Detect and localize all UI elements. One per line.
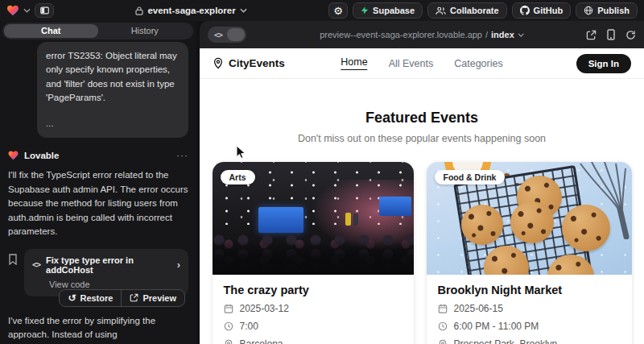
topbar-right: ⚙ Supabase Collaborate — [328, 2, 638, 19]
settings-button[interactable]: ⚙ — [328, 2, 348, 19]
globe-icon — [584, 6, 593, 15]
chat-messages: error TS2353: Object literal may only sp… — [0, 39, 196, 344]
url-chevron-down-icon — [518, 33, 524, 37]
code-toggle-icon: <> — [209, 31, 227, 39]
fix-card-header: <> Fix type type error in addCoHost › — [32, 255, 180, 275]
event-time: 7:00 — [240, 321, 258, 332]
project-switcher[interactable]: event-saga-explorer — [59, 6, 324, 15]
event-location: Prospect Park, Brooklyn — [454, 338, 558, 344]
tab-chat[interactable]: Chat — [4, 24, 98, 38]
event-card-crazy-party[interactable]: Arts The crazy party 2025-03-12 — [213, 162, 414, 344]
event-image-conference: Arts — [213, 162, 414, 275]
preview-url: preview--event-saga-explorer.lovable.app — [320, 30, 482, 39]
fix-card-title: Fix type type error in addCoHost — [46, 255, 171, 275]
lock-icon — [135, 6, 143, 15]
preview-site: CityEvents Home All Events Categories Si… — [200, 48, 644, 344]
panel-icon — [40, 6, 49, 15]
featured-subtitle: Don't miss out on these popular events h… — [200, 133, 644, 144]
publish-button[interactable]: Publish — [576, 2, 638, 19]
event-image-cookies: Food & Drink — [427, 162, 632, 275]
featured-title: Featured Events — [200, 110, 644, 126]
clock-icon — [224, 321, 233, 331]
whisk-decoration — [572, 162, 630, 239]
collaborate-button[interactable]: Collaborate — [427, 2, 507, 19]
stage-screen — [379, 197, 411, 216]
assistant-header: Lovable ··· — [8, 150, 188, 161]
event-time: 6:00 PM - 11:00 PM — [454, 321, 539, 332]
speaker-figure — [345, 213, 351, 226]
supabase-icon — [361, 6, 369, 15]
site-header: CityEvents Home All Events Categories Si… — [200, 48, 644, 79]
site-nav: Home All Events Categories — [341, 56, 502, 70]
user-message-bubble: error TS2353: Object literal may only sp… — [37, 42, 188, 138]
restore-label: Restore — [80, 293, 113, 303]
assistant-intro-text: I'll fix the TypeScript error related to… — [8, 168, 188, 238]
user-message-text: error TS2353: Object literal may only sp… — [46, 51, 177, 102]
view-code-link[interactable]: View code — [49, 280, 180, 289]
mobile-view-icon[interactable] — [607, 29, 615, 40]
bookmark-icon[interactable] — [8, 254, 18, 265]
sign-in-button[interactable]: Sign In — [576, 54, 631, 73]
workspace-chevron-down-icon[interactable] — [23, 8, 31, 13]
user-message-ellipsis: ... — [46, 117, 180, 131]
nav-all-events[interactable]: All Events — [389, 58, 434, 69]
code-icon: <> — [32, 260, 40, 269]
site-brand-name: CityEvents — [229, 57, 285, 69]
calendar-icon — [438, 304, 448, 313]
stage-screen — [258, 207, 303, 233]
code-preview-toggle[interactable]: <> — [208, 27, 246, 43]
refresh-icon[interactable] — [625, 30, 636, 40]
preview-toolbar: <> preview--event-saga-explorer.lovable.… — [200, 21, 644, 48]
result-text-part: I've fixed the error by simplifying the … — [8, 316, 155, 339]
category-badge: Food & Drink — [435, 170, 506, 184]
event-date: 2025-06-15 — [454, 303, 503, 314]
event-location-row: Prospect Park, Brooklyn — [438, 338, 621, 344]
location-pin-icon — [224, 339, 233, 344]
chat-panel: Chat History error TS2353: Object litera… — [0, 21, 196, 344]
restore-icon: ↺ — [68, 293, 76, 303]
sidebar-toggle-button[interactable] — [35, 3, 54, 18]
location-pin-icon — [438, 339, 448, 344]
preview-url-bar[interactable]: preview--event-saga-explorer.lovable.app… — [320, 30, 524, 39]
url-separator: / — [485, 30, 488, 39]
site-brand[interactable]: CityEvents — [213, 57, 285, 69]
toggle-knob — [227, 28, 245, 41]
bottom-fade — [213, 241, 414, 275]
nav-categories[interactable]: Categories — [454, 58, 502, 69]
preview-panel: <> preview--event-saga-explorer.lovable.… — [200, 21, 644, 344]
fix-actions-group: ↺ Restore Preview — [59, 289, 185, 307]
cookie — [510, 201, 554, 243]
event-card-body: The crazy party 2025-03-12 — [213, 275, 414, 344]
cookie — [461, 205, 503, 245]
topbar-left — [6, 3, 54, 18]
event-date-row: 2025-06-15 — [438, 303, 621, 314]
chevron-right-icon: › — [177, 259, 180, 270]
lovable-app-window: event-saga-explorer ⚙ Supabase — [0, 0, 644, 344]
lovable-logo-icon[interactable] — [6, 5, 19, 16]
map-pin-icon — [213, 57, 224, 69]
nav-home[interactable]: Home — [341, 56, 367, 70]
featured-section: Featured Events Don't miss out on these … — [200, 79, 644, 144]
event-cards: Arts The crazy party 2025-03-12 — [200, 162, 644, 344]
event-location-row: Barcelona — [224, 338, 402, 344]
event-time-row: 7:00 — [224, 321, 402, 332]
collaborate-users-icon — [436, 6, 446, 15]
open-in-new-tab-icon[interactable] — [586, 30, 597, 40]
message-menu-button[interactable]: ··· — [176, 150, 188, 161]
event-card-brooklyn-market[interactable]: Food & Drink Brooklyn Night Market 2 — [427, 162, 632, 344]
event-date: 2025-03-12 — [240, 303, 289, 314]
gear-icon: ⚙ — [333, 6, 343, 16]
github-button[interactable]: GitHub — [512, 2, 572, 19]
project-chevron-down-icon — [240, 8, 247, 13]
external-link-icon — [130, 293, 138, 302]
app-topbar: event-saga-explorer ⚙ Supabase — [0, 0, 644, 21]
calendar-icon — [224, 304, 233, 313]
publish-label: Publish — [597, 6, 630, 15]
supabase-button[interactable]: Supabase — [353, 2, 423, 19]
restore-button[interactable]: ↺ Restore — [60, 290, 121, 306]
preview-button[interactable]: Preview — [121, 290, 184, 306]
tab-history[interactable]: History — [98, 24, 192, 38]
preview-toolbar-icons — [586, 29, 636, 40]
category-badge: Arts — [221, 170, 255, 184]
speaker-figure — [353, 213, 358, 226]
